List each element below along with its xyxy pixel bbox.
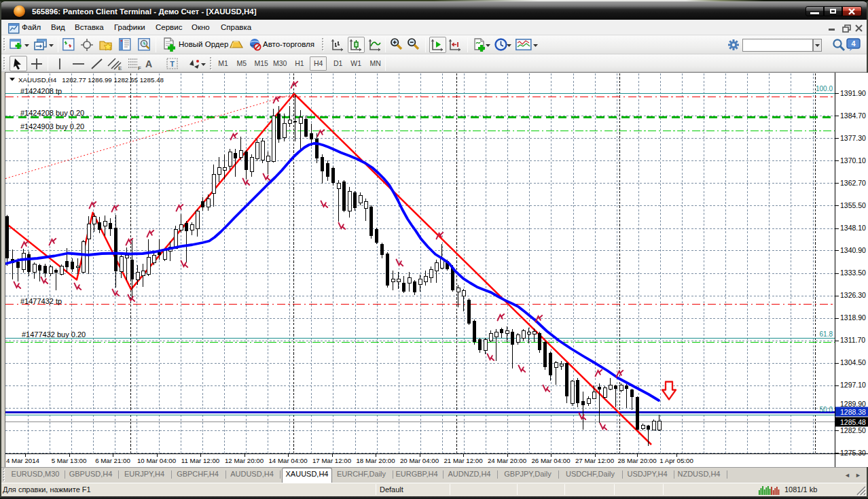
svg-text:1340.90: 1340.90 (840, 246, 866, 254)
svg-text:1326.30: 1326.30 (840, 291, 866, 299)
svg-text:50.0: 50.0 (820, 406, 833, 413)
svg-text:21 Mar 12:00: 21 Mar 12:00 (444, 457, 483, 464)
svg-text:1318.90: 1318.90 (840, 313, 866, 322)
svg-text:11 Mar 12:00: 11 Mar 12:00 (181, 457, 220, 464)
svg-text:1311.70: 1311.70 (840, 336, 865, 344)
svg-text:1297.10: 1297.10 (840, 381, 866, 389)
svg-text:#1477432 buy 0.20: #1477432 buy 0.20 (22, 330, 86, 339)
svg-text:1362.70: 1362.70 (840, 179, 866, 187)
svg-text:24 Mar 20:00: 24 Mar 20:00 (488, 457, 527, 464)
svg-text:F: F (138, 65, 141, 71)
svg-text:#1424903 buy 0.20: #1424903 buy 0.20 (20, 122, 84, 131)
svg-text:4 Mar 2014: 4 Mar 2014 (6, 457, 40, 464)
svg-text:1384.70: 1384.70 (840, 111, 866, 120)
svg-text:1288.38: 1288.38 (840, 408, 866, 416)
svg-text:6 Mar 21:00: 6 Mar 21:00 (95, 457, 130, 464)
svg-text:61.8: 61.8 (820, 330, 833, 338)
svg-text:100.0: 100.0 (816, 85, 833, 92)
svg-text:4: 4 (851, 39, 856, 48)
svg-text:1275.30: 1275.30 (840, 449, 866, 457)
svg-text:#1424208 tp: #1424208 tp (20, 87, 62, 95)
svg-text:12 Mar 20:00: 12 Mar 20:00 (225, 457, 264, 464)
svg-text:5 Mar 13:00: 5 Mar 13:00 (52, 457, 87, 464)
svg-text:XAUUSD,H4 1282.77 1286.99 12: XAUUSD,H4 1282.77 1286.99 1282.65 1285.4… (18, 76, 164, 84)
svg-text:1348.10: 1348.10 (840, 224, 866, 232)
svg-text:1289.90: 1289.90 (840, 400, 866, 408)
svg-text:1391.90: 1391.90 (840, 89, 866, 97)
svg-text:#1477432 tp: #1477432 tp (20, 297, 62, 305)
svg-text:1333.50: 1333.50 (840, 269, 866, 277)
svg-text:#1424208 buy 0.20: #1424208 buy 0.20 (20, 109, 84, 117)
svg-text:27 Mar 12:00: 27 Mar 12:00 (575, 457, 615, 464)
svg-text:20 Mar 04:00: 20 Mar 04:00 (400, 457, 439, 464)
svg-text:1282.50: 1282.50 (840, 426, 866, 434)
svg-text:17 Mar 12:00: 17 Mar 12:00 (312, 457, 352, 464)
svg-text:T: T (170, 60, 175, 68)
svg-text:1370.10: 1370.10 (840, 156, 866, 165)
svg-text:1285.48: 1285.48 (840, 418, 866, 426)
svg-text:E: E (118, 65, 122, 71)
svg-text:26 Mar 04:00: 26 Mar 04:00 (531, 457, 571, 464)
svg-text:1304.50: 1304.50 (840, 358, 866, 366)
svg-text:1377.30: 1377.30 (840, 134, 866, 142)
svg-text:28 Mar 20:00: 28 Mar 20:00 (617, 457, 657, 464)
svg-text:18 Mar 20:00: 18 Mar 20:00 (356, 457, 395, 464)
svg-text:1 Apr 05:00: 1 Apr 05:00 (659, 457, 693, 464)
svg-text:14 Mar 04:00: 14 Mar 04:00 (268, 457, 308, 464)
svg-text:10 Mar 04:00: 10 Mar 04:00 (137, 457, 177, 464)
svg-text:1355.50: 1355.50 (840, 201, 866, 209)
